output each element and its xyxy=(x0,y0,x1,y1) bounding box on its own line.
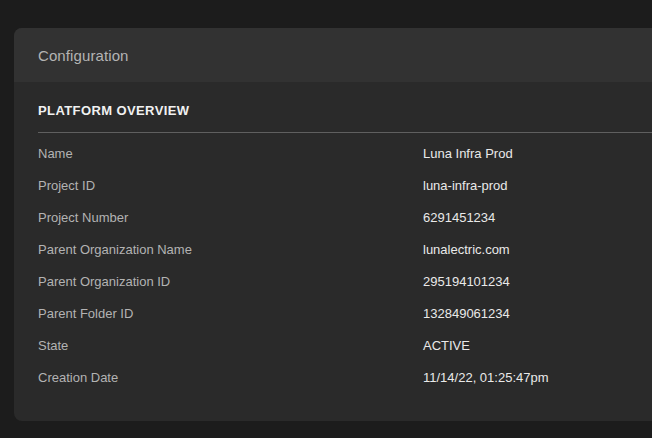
row-value: 295194101234 xyxy=(423,274,510,289)
row-label: Parent Organization ID xyxy=(38,274,423,289)
row-value: lunalectric.com xyxy=(423,242,510,257)
page-background: { "card": { "title": "Configuration" }, … xyxy=(0,0,652,438)
config-row-parent-organization-name: Parent Organization Name lunalectric.com xyxy=(38,233,650,265)
row-value: ACTIVE xyxy=(423,338,470,353)
row-label: Creation Date xyxy=(38,370,423,385)
config-row-creation-date: Creation Date 11/14/22, 01:25:47pm xyxy=(38,361,650,393)
row-label: State xyxy=(38,338,423,353)
row-value: 6291451234 xyxy=(423,210,495,225)
section-divider xyxy=(38,132,652,133)
row-value: 11/14/22, 01:25:47pm xyxy=(423,370,549,385)
config-row-parent-folder-id: Parent Folder ID 132849061234 xyxy=(38,297,650,329)
row-label: Parent Folder ID xyxy=(38,306,423,321)
config-rows: Name Luna Infra Prod Project ID luna-inf… xyxy=(38,137,650,393)
config-row-project-number: Project Number 6291451234 xyxy=(38,201,650,233)
row-value: Luna Infra Prod xyxy=(423,146,513,161)
config-row-project-id: Project ID luna-infra-prod xyxy=(38,169,650,201)
config-row-parent-organization-id: Parent Organization ID 295194101234 xyxy=(38,265,650,297)
card-title: Configuration xyxy=(38,47,129,64)
config-row-name: Name Luna Infra Prod xyxy=(38,137,650,169)
row-value: 132849061234 xyxy=(423,306,510,321)
row-value: luna-infra-prod xyxy=(423,178,508,193)
row-label: Parent Organization Name xyxy=(38,242,423,257)
row-label: Name xyxy=(38,146,423,161)
configuration-card: Configuration PLATFORM OVERVIEW Name Lun… xyxy=(14,28,652,421)
config-row-state: State ACTIVE xyxy=(38,329,650,361)
section-title: PLATFORM OVERVIEW xyxy=(38,104,650,118)
card-header: Configuration xyxy=(14,28,652,82)
row-label: Project ID xyxy=(38,178,423,193)
row-label: Project Number xyxy=(38,210,423,225)
card-body: PLATFORM OVERVIEW Name Luna Infra Prod P… xyxy=(14,82,652,393)
